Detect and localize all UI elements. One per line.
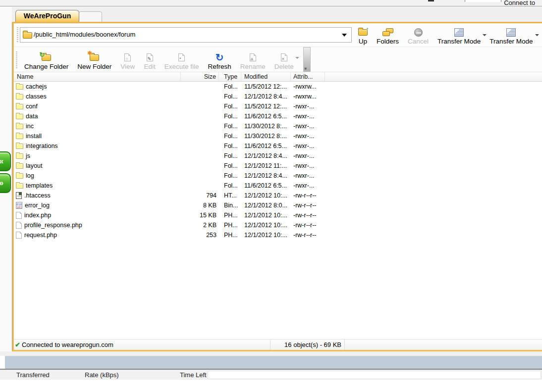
file-type: Fol... xyxy=(219,133,241,140)
toolbar-grip-handle[interactable] xyxy=(16,51,17,68)
view-document-icon: ○ xyxy=(124,53,131,61)
toolbar-options-strip[interactable]: » xyxy=(303,47,311,72)
file-row[interactable]: data Fol... 11/6/2012 6:5... -rwxr-... xyxy=(14,111,542,121)
file-row[interactable]: js Fol... 12/1/2012 8:4... -rwxr-... xyxy=(14,151,542,161)
file-modified: 12/1/2012 10:... xyxy=(241,222,291,229)
transfer-mode-icon xyxy=(454,28,464,37)
rename-button: a Rename xyxy=(236,47,270,72)
toolbar-overflow-arrow-icon[interactable] xyxy=(295,57,299,59)
file-name: index.php xyxy=(24,212,51,219)
file-name: cachejs xyxy=(26,83,47,90)
column-header-attrib[interactable]: Attrib... xyxy=(291,72,325,81)
session-tab-bar: WeAreProGun xyxy=(12,10,542,22)
file-attrib: -rwxrw... xyxy=(291,83,325,90)
file-row[interactable]: .htaccess 794 HT... 12/1/2012 10:... -rw… xyxy=(14,191,542,200)
file-icon xyxy=(16,94,23,99)
rename-document-icon: a xyxy=(250,53,256,61)
file-row[interactable]: integrations Fol... 11/6/2012 6:5... -rw… xyxy=(14,141,542,151)
file-icon xyxy=(16,124,23,129)
file-modified: 12/1/2012 11:... xyxy=(241,162,291,169)
new-folder-button[interactable]: ✱ New Folder xyxy=(73,47,116,72)
delete-button: × Delete xyxy=(270,47,298,72)
file-row[interactable]: classes Fol... 12/1/2012 8:4... -rwxrw..… xyxy=(14,92,542,101)
pane-divider-gutter: « » xyxy=(0,7,12,351)
file-name: integrations xyxy=(26,143,58,149)
file-attrib: -rw-r--r-- xyxy=(291,232,325,239)
file-row[interactable]: error_log 8 KB Bin... 12/1/2012 8:0... -… xyxy=(14,200,542,210)
file-name: layout xyxy=(26,162,42,169)
file-attrib: -rw-r--r-- xyxy=(291,192,325,199)
refresh-overlay-icon: ↻ xyxy=(39,51,45,58)
up-folder-icon: ↑ xyxy=(358,29,368,36)
file-attrib: -rwxr-... xyxy=(291,123,325,130)
file-modified: 11/6/2012 6:5... xyxy=(241,182,291,189)
file-row[interactable]: install Fol... 11/30/2012 8:... -rwxr-..… xyxy=(14,131,542,141)
window-gap-strip xyxy=(0,351,542,356)
file-attrib: -rw-r--r-- xyxy=(291,212,325,219)
file-type: Fol... xyxy=(219,143,241,149)
file-modified: 12/1/2012 8:4... xyxy=(241,93,291,100)
transfer-mode-button-2[interactable]: Transfer Mode xyxy=(485,24,537,47)
file-row[interactable]: conf Fol... 11/5/2012 12:... -rwxr-... xyxy=(14,101,542,111)
file-row[interactable]: request.php 253 PH... 12/1/2012 10:... -… xyxy=(14,230,542,240)
path-dropdown-arrow-icon[interactable] xyxy=(342,34,347,37)
queue-column-time-left[interactable]: Time Left xyxy=(180,371,207,379)
stop-icon xyxy=(414,28,423,37)
file-attrib: -rwxr-... xyxy=(291,162,325,169)
file-row[interactable]: inc Fol... 11/30/2012 8:... -rwxr-... xyxy=(14,121,542,131)
queue-column-rate[interactable]: Rate (kBps) xyxy=(85,371,119,379)
refresh-button[interactable]: ↻ Refresh xyxy=(203,47,235,72)
file-name: js xyxy=(26,152,30,159)
transfer-queue-list[interactable] xyxy=(208,371,541,379)
delete-document-icon: × xyxy=(281,53,287,61)
file-type: Fol... xyxy=(219,113,241,120)
remote-pane: WeAreProGun /public_html/modules/boonex/… xyxy=(12,10,542,351)
file-name: profile_response.php xyxy=(24,222,82,229)
column-header-modified[interactable]: Modified xyxy=(241,72,291,81)
file-type: Fol... xyxy=(219,172,241,179)
change-folder-icon: ↻ xyxy=(42,54,51,61)
transfer-queue-header: Transferred Rate (kBps) Time Left xyxy=(0,370,542,380)
connect-to-button[interactable]: Connect to xyxy=(504,0,535,6)
path-toolbar: /public_html/modules/boonex/forum ↑ Up F… xyxy=(14,23,542,47)
file-icon xyxy=(16,192,22,199)
transfer-left-button[interactable]: « xyxy=(0,151,11,171)
file-row[interactable]: index.php 15 KB PH... 12/1/2012 10:... -… xyxy=(14,210,542,220)
column-header-type[interactable]: Type xyxy=(219,72,241,81)
file-row[interactable]: profile_response.php 2 KB PH... 12/1/201… xyxy=(14,220,542,230)
transfer-mode-button-1[interactable]: Transfer Mode xyxy=(433,24,485,47)
column-header-size[interactable]: Size xyxy=(181,72,219,81)
dropdown-arrow-icon[interactable] xyxy=(535,34,539,36)
transfer-right-button[interactable]: » xyxy=(0,173,11,193)
file-row[interactable]: templates Fol... 11/6/2012 6:5... -rwxr-… xyxy=(14,181,542,191)
file-icon xyxy=(16,232,22,239)
file-row[interactable]: layout Fol... 12/1/2012 11:... -rwxr-... xyxy=(14,161,542,171)
change-folder-button[interactable]: ↻ Change Folder xyxy=(20,47,73,72)
window-top-strip: Connect to xyxy=(0,0,542,6)
folders-icon xyxy=(382,28,393,36)
file-size: 253 xyxy=(181,232,219,239)
inactive-tab[interactable] xyxy=(78,11,102,22)
cancel-button: Cancel xyxy=(403,24,433,47)
queue-column-transferred[interactable]: Transferred xyxy=(16,371,50,379)
file-modified: 11/6/2012 6:5... xyxy=(241,113,291,120)
folders-button[interactable]: Folders xyxy=(372,24,403,47)
file-icon xyxy=(16,173,23,179)
remote-pane-body: /public_html/modules/boonex/forum ↑ Up F… xyxy=(12,23,542,351)
file-modified: 11/30/2012 8:... xyxy=(241,123,291,130)
path-combobox[interactable]: /public_html/modules/boonex/forum xyxy=(20,27,352,43)
refresh-icon: ↻ xyxy=(216,53,224,62)
file-name: error_log xyxy=(25,202,50,209)
session-tab[interactable]: WeAreProGun xyxy=(15,10,79,22)
toolbar-options-chevron-icon: » xyxy=(303,67,308,69)
column-header-name[interactable]: Name xyxy=(14,72,181,81)
splitter-band[interactable] xyxy=(5,356,542,369)
file-modified: 12/1/2012 10:... xyxy=(241,232,291,239)
file-modified: 12/1/2012 10:... xyxy=(241,192,291,199)
toolbar-grip-handle[interactable] xyxy=(17,27,18,43)
file-row[interactable]: cachejs Fol... 11/5/2012 12:... -rwxrw..… xyxy=(14,82,542,92)
window-bottom-area xyxy=(0,380,542,392)
up-button[interactable]: ↑ Up xyxy=(354,24,372,47)
view-button: ○ View xyxy=(116,47,139,72)
file-row[interactable]: log Fol... 12/1/2012 8:4... -rwxr-... xyxy=(14,171,542,181)
